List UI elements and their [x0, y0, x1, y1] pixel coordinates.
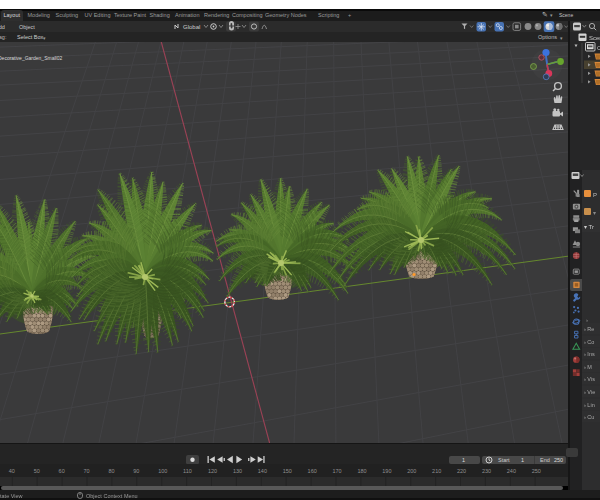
- svg-text:› Co: › Co: [584, 339, 594, 345]
- svg-text:Scene: Scene: [589, 35, 600, 41]
- svg-text:› Vis: › Vis: [584, 376, 595, 382]
- svg-text:› Lin: › Lin: [584, 402, 595, 408]
- svg-text:› Ins: › Ins: [584, 351, 595, 357]
- svg-text:▾ Tr: ▾ Tr: [584, 224, 594, 230]
- svg-text:› M: › M: [584, 364, 592, 370]
- svg-text:› Re: › Re: [584, 326, 594, 332]
- svg-text:›: ›: [586, 317, 588, 323]
- svg-text:Global: Global: [183, 24, 200, 30]
- svg-text:› Vie: › Vie: [584, 389, 595, 395]
- svg-text:P: P: [593, 192, 597, 198]
- svg-text:▾: ▾: [593, 210, 596, 216]
- svg-text:› Cu: › Cu: [584, 414, 594, 420]
